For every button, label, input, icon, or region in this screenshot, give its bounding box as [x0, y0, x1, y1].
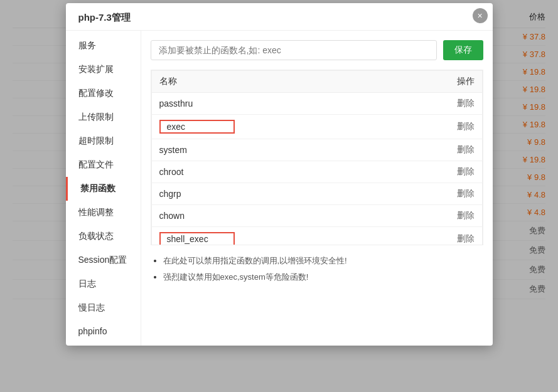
- delete-link[interactable]: 删除: [457, 144, 475, 154]
- table-row: passthru删除: [151, 93, 482, 115]
- delete-link[interactable]: 删除: [457, 210, 475, 220]
- delete-link[interactable]: 删除: [457, 98, 475, 108]
- sidebar-item-10[interactable]: 日志: [66, 272, 141, 296]
- sidebar: 服务安装扩展配置修改上传限制超时限制配置文件禁用函数性能调整负载状态Sessio…: [66, 31, 141, 346]
- table-row: chgrp删除: [151, 183, 482, 205]
- sidebar-item-0[interactable]: 服务: [66, 34, 141, 58]
- note-item: 在此处可以禁用指定函数的调用,以增强环境安全性!: [163, 253, 483, 269]
- table-row: exec删除: [151, 115, 482, 139]
- function-name-highlighted: shell_exec: [159, 232, 235, 245]
- modal: php-7.3管理 × 服务安装扩展配置修改上传限制超时限制配置文件禁用函数性能…: [66, 3, 493, 346]
- sidebar-item-7[interactable]: 性能调整: [66, 201, 141, 225]
- function-table-wrapper: 名称 操作 passthru删除exec删除system删除chroot删除ch…: [151, 70, 483, 245]
- note-item: 强烈建议禁用如exec,system等危险函数!: [163, 269, 483, 285]
- modal-body: 服务安装扩展配置修改上传限制超时限制配置文件禁用函数性能调整负载状态Sessio…: [66, 31, 493, 346]
- sidebar-item-11[interactable]: 慢日志: [66, 296, 141, 320]
- function-name: shell_exec: [151, 227, 394, 246]
- delete-action[interactable]: 删除: [394, 161, 482, 183]
- delete-link[interactable]: 删除: [457, 233, 475, 243]
- delete-action[interactable]: 删除: [394, 139, 482, 161]
- function-name: passthru: [151, 93, 394, 115]
- notes: 在此处可以禁用指定函数的调用,以增强环境安全性!强烈建议禁用如exec,syst…: [151, 253, 483, 285]
- action-header: 操作: [394, 71, 482, 93]
- save-button[interactable]: 保存: [443, 40, 483, 60]
- function-name: system: [151, 139, 394, 161]
- function-name: chown: [151, 205, 394, 227]
- add-function-input[interactable]: [151, 40, 437, 60]
- sidebar-item-12[interactable]: phpinfo: [66, 320, 141, 342]
- delete-action[interactable]: 删除: [394, 115, 482, 139]
- table-row: system删除: [151, 139, 482, 161]
- function-name-highlighted: exec: [159, 120, 235, 134]
- sidebar-item-5[interactable]: 配置文件: [66, 153, 141, 177]
- function-name: chroot: [151, 161, 394, 183]
- function-name: exec: [151, 115, 394, 139]
- function-table: 名称 操作 passthru删除exec删除system删除chroot删除ch…: [151, 70, 483, 245]
- function-name: chgrp: [151, 183, 394, 205]
- delete-link[interactable]: 删除: [457, 121, 475, 131]
- table-row: shell_exec删除: [151, 227, 482, 246]
- sidebar-item-2[interactable]: 配置修改: [66, 82, 141, 105]
- sidebar-item-1[interactable]: 安装扩展: [66, 58, 141, 82]
- sidebar-item-3[interactable]: 上传限制: [66, 105, 141, 129]
- sidebar-item-9[interactable]: Session配置: [66, 248, 141, 272]
- delete-action[interactable]: 删除: [394, 93, 482, 115]
- add-bar: 保存: [151, 40, 483, 60]
- function-table-body: passthru删除exec删除system删除chroot删除chgrp删除c…: [151, 93, 482, 246]
- delete-link[interactable]: 删除: [457, 188, 475, 198]
- main-content: 保存 名称 操作 passthru删除exec删除system删除chroot删…: [141, 31, 493, 346]
- modal-overlay: php-7.3管理 × 服务安装扩展配置修改上传限制超时限制配置文件禁用函数性能…: [0, 0, 558, 392]
- delete-action[interactable]: 删除: [394, 183, 482, 205]
- name-header: 名称: [151, 71, 394, 93]
- sidebar-item-8[interactable]: 负载状态: [66, 225, 141, 248]
- delete-action[interactable]: 删除: [394, 205, 482, 227]
- modal-title: php-7.3管理: [66, 3, 493, 31]
- sidebar-item-6[interactable]: 禁用函数: [66, 177, 141, 201]
- table-row: chroot删除: [151, 161, 482, 183]
- close-button[interactable]: ×: [473, 8, 488, 23]
- delete-link[interactable]: 删除: [457, 166, 475, 176]
- table-header-row: 名称 操作: [151, 71, 482, 93]
- delete-action[interactable]: 删除: [394, 227, 482, 246]
- table-row: chown删除: [151, 205, 482, 227]
- sidebar-item-4[interactable]: 超时限制: [66, 129, 141, 153]
